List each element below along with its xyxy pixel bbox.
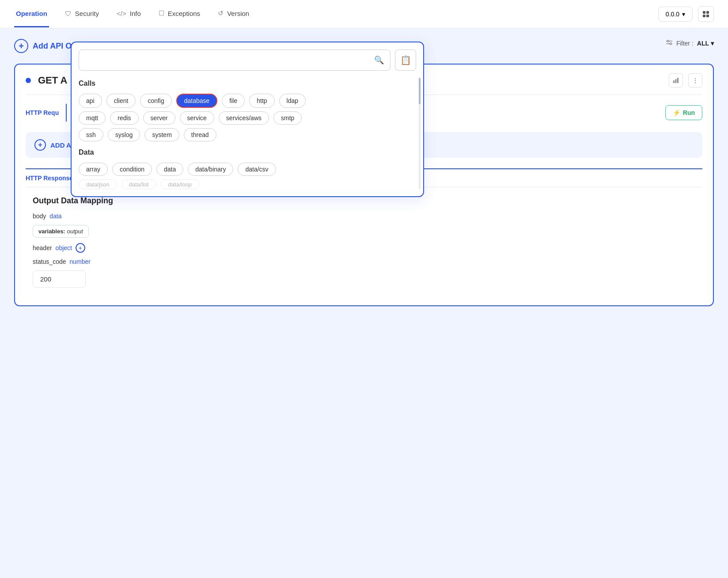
tag-database[interactable]: database (176, 94, 218, 108)
tag-system[interactable]: system (144, 128, 179, 141)
svg-rect-12 (677, 78, 679, 83)
refresh-icon: ↺ (218, 9, 224, 17)
variables-value: output (67, 228, 83, 235)
svg-point-4 (667, 40, 669, 42)
tag-services-aws[interactable]: services/aws (219, 111, 269, 125)
version-value: 0.0.0 (666, 11, 679, 18)
tag-syslog[interactable]: syslog (108, 128, 140, 141)
svg-rect-1 (706, 11, 709, 14)
data-section-label: Data (79, 148, 416, 156)
chevron-down-icon: ▾ (682, 11, 685, 18)
add-header-button[interactable]: + (76, 243, 85, 253)
tag-data-binary[interactable]: data/binary (188, 163, 233, 176)
dropdown-overlay: 🔍 📋 Calls api client config database fil… (71, 42, 424, 197)
main-content: + Add API Oper Filter : ALL ▾ GET A (0, 28, 728, 317)
scroll-thumb[interactable] (419, 78, 421, 104)
tag-redis[interactable]: redis (110, 111, 138, 125)
chart-icon-button[interactable] (669, 73, 683, 87)
top-nav: Operation 🛡 Security </> Info ☐ Exceptio… (0, 0, 728, 28)
tag-smtp[interactable]: smtp (273, 111, 302, 125)
tag-server[interactable]: server (143, 111, 175, 125)
tag-condition[interactable]: condition (112, 163, 152, 176)
exceptions-tab-label: Exceptions (168, 10, 200, 17)
svg-rect-0 (703, 11, 705, 14)
svg-rect-11 (675, 79, 677, 83)
variables-label: variables: (38, 228, 65, 235)
tab-operation[interactable]: Operation (14, 1, 49, 27)
status-code-key: status_code (33, 258, 66, 265)
search-row: 🔍 📋 (79, 49, 416, 71)
info-tab-label: Info (130, 10, 141, 17)
code-icon: </> (117, 10, 126, 17)
svg-rect-2 (703, 15, 705, 17)
variables-box: variables: output (33, 225, 89, 238)
tag-api[interactable]: api (79, 94, 102, 108)
tab-exceptions[interactable]: ☐ Exceptions (157, 0, 202, 27)
tag-array[interactable]: array (79, 163, 108, 176)
status-code-value: number (70, 258, 91, 265)
scroll-track (419, 78, 421, 189)
tab-security[interactable]: 🛡 Security (63, 1, 101, 27)
plus-circle-icon: + (14, 39, 28, 53)
add-action-plus-icon: + (34, 139, 46, 151)
filter-dropdown[interactable]: ALL ▾ (697, 40, 714, 47)
svg-point-5 (670, 43, 671, 45)
tag-partial-2: data/list (121, 179, 156, 189)
filter-value: ALL (697, 40, 709, 47)
run-icon: ⚡ (673, 109, 680, 116)
clipboard-icon: 📋 (400, 55, 411, 65)
tab-info[interactable]: </> Info (115, 1, 143, 27)
grid-view-button[interactable] (698, 6, 714, 22)
tab-version[interactable]: ↺ Version (216, 0, 251, 27)
header-value: object (56, 244, 72, 251)
calls-section-label: Calls (79, 80, 416, 87)
search-input-wrap[interactable]: 🔍 (79, 49, 391, 71)
tag-file[interactable]: file (222, 94, 245, 108)
output-mapping: Output Data Mapping body data variables:… (26, 187, 702, 297)
run-button[interactable]: ⚡ Run (665, 105, 702, 120)
more-options-button[interactable]: ⋮ (688, 73, 702, 87)
status-code-mapping-row: status_code number (33, 258, 695, 265)
operation-tab-label: Operation (16, 10, 47, 17)
tag-client[interactable]: client (106, 94, 136, 108)
tag-http[interactable]: http (249, 94, 274, 108)
filter-bar: Filter : ALL ▾ (666, 39, 714, 47)
calls-section: Calls api client config database file ht… (79, 80, 416, 141)
data-tags-row: array condition data data/binary data/cs… (79, 163, 416, 176)
clipboard-button[interactable]: 📋 (395, 49, 416, 71)
method-badge: GET A (38, 75, 67, 86)
tag-ldap[interactable]: ldap (279, 94, 306, 108)
version-dropdown-button[interactable]: 0.0.0 ▾ (658, 7, 693, 22)
tag-mqtt[interactable]: mqtt (79, 111, 106, 125)
calls-tags-row: api client config database file http lda… (79, 94, 416, 108)
body-key: body (33, 213, 46, 220)
vertical-divider (66, 104, 67, 122)
output-mapping-title: Output Data Mapping (33, 196, 695, 205)
search-input[interactable] (85, 57, 374, 64)
tag-config[interactable]: config (140, 94, 171, 108)
tag-thread[interactable]: thread (184, 128, 216, 141)
status-code-number: 200 (40, 275, 51, 283)
version-selector: 0.0.0 ▾ (658, 6, 714, 22)
tag-partial-1: data/json (79, 179, 117, 189)
tag-data-csv[interactable]: data/csv (238, 163, 276, 176)
checkbox-icon: ☐ (159, 9, 164, 17)
chart-icon (673, 77, 679, 84)
run-label: Run (683, 109, 695, 116)
tag-service[interactable]: service (180, 111, 214, 125)
http-request-label: HTTP Requ (26, 109, 59, 116)
status-code-box: 200 (33, 270, 86, 288)
filter-label: Filter : (676, 40, 694, 47)
header-key: header (33, 244, 52, 251)
data-section: Data array condition data data/binary da… (79, 148, 416, 189)
card-icons: ⋮ (669, 73, 702, 87)
tag-data[interactable]: data (156, 163, 183, 176)
tag-ssh[interactable]: ssh (79, 128, 103, 141)
search-icon: 🔍 (374, 55, 384, 65)
method-dot (26, 78, 31, 83)
shield-icon: 🛡 (65, 10, 72, 17)
tag-partial-3: data/loop (161, 179, 200, 189)
partial-row: data/json data/list data/loop (79, 179, 416, 189)
svg-rect-10 (673, 80, 675, 83)
svg-rect-3 (706, 15, 709, 17)
